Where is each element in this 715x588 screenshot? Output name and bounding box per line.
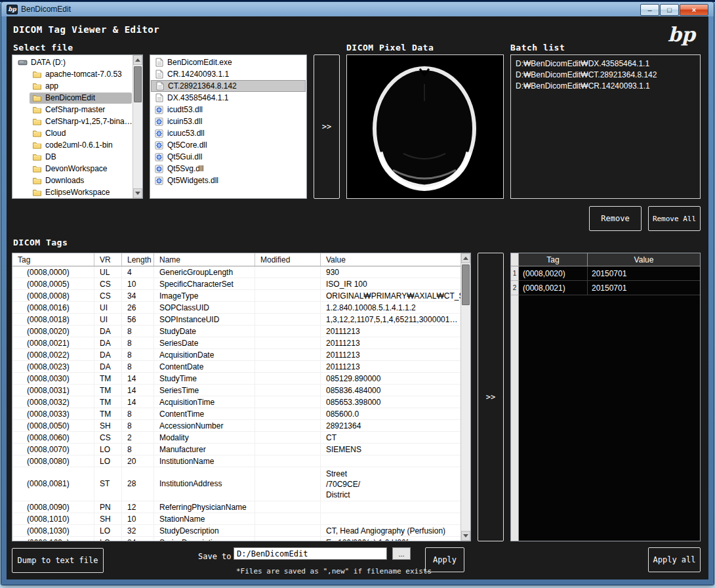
tags-scrollbar[interactable] — [460, 253, 470, 541]
batch-item[interactable]: D:₩BenDicomEdit₩CR.14240093.1.1 — [516, 81, 695, 92]
table-row[interactable]: (0008,0032)TM14AcquisitionTime085653.398… — [12, 396, 460, 408]
tree-item[interactable]: code2uml-0.6.1-bin — [12, 139, 132, 151]
apply-all-button[interactable]: Apply all — [648, 547, 701, 572]
file-item[interactable]: Qt5Widgets.dll — [151, 175, 306, 186]
cell: InstitutionAddress — [154, 467, 255, 501]
file-item[interactable]: icuin53.dll — [151, 116, 306, 127]
file-item[interactable]: DX.43585464.1.1 — [151, 92, 306, 104]
cell: 56 — [122, 314, 154, 325]
batch-list-label: Batch list — [510, 43, 565, 52]
cell: 8 — [122, 420, 154, 431]
minimize-button[interactable]: – — [640, 4, 659, 16]
transfer-button[interactable]: >> — [478, 253, 504, 541]
file-item[interactable]: CT.28921364.8.142 — [151, 80, 306, 92]
table-row[interactable]: (0008,1010)SH10StationName — [12, 513, 460, 525]
table-row[interactable]: (0008,0020)DA8StudyDate20111213 — [12, 326, 460, 337]
table-row[interactable]: (0008,0021)DA8SeriesDate20111213 — [12, 337, 460, 349]
remove-button[interactable]: Remove — [589, 206, 642, 231]
table-row[interactable]: (0008,0022)DA8AcquisitionDate20111213 — [12, 349, 460, 361]
remove-all-button[interactable]: Remove All — [648, 206, 701, 231]
cell: UI — [94, 302, 122, 313]
file-item[interactable]: Qt5Svg.dll — [151, 163, 306, 175]
table-row[interactable]: (0008,0008)CS34ImageTypeORIGINAL₩PRIMARY… — [12, 290, 460, 302]
scroll-down-icon[interactable] — [461, 531, 470, 541]
close-button[interactable]: × — [680, 4, 708, 16]
table-row[interactable]: (0008,0033)TM8ContentTime085600.0 — [12, 408, 460, 420]
batch-item[interactable]: D:₩BenDicomEdit₩DX.43585464.1.1 — [516, 58, 695, 70]
file-item[interactable]: icuuc53.dll — [151, 127, 306, 139]
scroll-up-icon[interactable] — [133, 55, 142, 65]
tags-scrollbar-thumb[interactable] — [462, 264, 470, 305]
table-row[interactable]: (0008,0005)CS10SpecificCharacterSetISO_I… — [12, 278, 460, 290]
tree-item[interactable]: CefSharp-v1,25,7-bina… — [12, 116, 132, 127]
column-header[interactable]: Name — [154, 253, 255, 266]
dll-icon — [154, 105, 164, 114]
tree-item[interactable]: apache-tomcat-7.0.53 — [12, 68, 132, 80]
save-path-input[interactable] — [234, 547, 387, 560]
cell: SeriesDate — [154, 337, 255, 348]
cell — [255, 326, 321, 337]
table-row[interactable]: (0008,0070)LO8ManufacturerSIEMENS — [12, 444, 460, 455]
table-row[interactable]: (0008,1030)LO32StudyDescriptionCT, Head … — [12, 525, 460, 537]
column-header[interactable]: Length — [122, 253, 154, 266]
dicom-pixel-data — [346, 54, 504, 199]
tree-scrollbar[interactable] — [133, 55, 142, 198]
tree-item[interactable]: DATA (D:) — [12, 56, 132, 68]
scroll-up-icon[interactable] — [461, 253, 470, 263]
file-item[interactable]: CR.14240093.1.1 — [151, 68, 306, 80]
table-row[interactable]: (0008,0050)SH8AccessionNumber28921364 — [12, 420, 460, 432]
edit-row[interactable]: (0008,0021)20150701 — [519, 281, 700, 295]
tree-item[interactable]: DB — [12, 151, 132, 163]
file-item[interactable]: Qt5Core.dll — [151, 139, 306, 151]
cell: (0008,0070) — [12, 444, 94, 455]
file-icon — [154, 93, 164, 102]
cell: 28 — [122, 467, 154, 501]
cell: 2 — [122, 432, 154, 443]
title-bar[interactable]: bp BenDicomEdit – □ × — [1, 2, 714, 16]
column-header[interactable]: Modified — [255, 253, 321, 266]
column-header[interactable]: Value — [321, 253, 460, 266]
add-to-batch-button[interactable]: >> — [314, 54, 340, 199]
tree-item[interactable]: Downloads — [12, 175, 132, 186]
tree-item[interactable]: app — [12, 80, 132, 92]
tree-item[interactable]: BenDicomEdit — [12, 92, 132, 104]
table-row[interactable]: (0008,0060)CS2ModalityCT — [12, 432, 460, 444]
table-row[interactable]: (0008,0016)UI26SOPClassUID1.2.840.10008.… — [12, 302, 460, 314]
tree-item[interactable]: DevonWorkspace — [12, 163, 132, 175]
cell: (0008,1010) — [12, 513, 94, 524]
tree-item[interactable]: Cloud — [12, 127, 132, 139]
tree-scrollbar-thumb[interactable] — [134, 66, 142, 102]
edit-row[interactable]: (0008,0020)20150701 — [519, 266, 700, 281]
file-item[interactable]: icudt53.dll — [151, 104, 306, 116]
dll-icon — [154, 152, 164, 161]
table-row[interactable]: (0008,0018)UI56SOPInstanceUID1,3,12,2,11… — [12, 314, 460, 326]
cell — [321, 513, 460, 524]
cell: Manufacturer — [154, 444, 255, 455]
dump-to-text-file-button[interactable]: Dump to text file — [12, 548, 104, 573]
maximize-button[interactable]: □ — [660, 4, 679, 16]
cell: ContentDate — [154, 361, 255, 372]
table-row[interactable]: (0008,0080)LO20InstitutionName — [12, 455, 460, 467]
table-row[interactable]: (0008,0031)TM14SeriesTime085836.484000 — [12, 385, 460, 396]
cell: InstitutionName — [154, 455, 255, 467]
table-row[interactable]: (0008,0081)ST28InstitutionAddressStreet … — [12, 467, 460, 501]
table-row[interactable]: (0008,0023)DA8ContentDate20111213 — [12, 361, 460, 373]
tree-item[interactable]: EclipseWorkspace — [12, 186, 132, 198]
table-row[interactable]: (0008,0030)TM14StudyTime085129.890000 — [12, 373, 460, 385]
table-row[interactable]: (0008,0000)UL4GenericGroupLength930 — [12, 266, 460, 278]
column-header[interactable]: Tag — [12, 253, 94, 266]
tree-item[interactable]: CefSharp-master — [12, 104, 132, 116]
file-item[interactable]: BenDicomEdit.exe — [151, 56, 306, 68]
scroll-down-icon[interactable] — [133, 188, 142, 198]
column-header[interactable]: VR — [94, 253, 122, 266]
table-row[interactable]: (0008,0090)PN12ReferringPhysicianName — [12, 501, 460, 513]
file-item-label: Qt5Gui.dll — [167, 152, 202, 161]
cell: (0008,103e) — [12, 537, 94, 541]
table-row[interactable]: (0008,103e)LO24SeriesDescriptionEn 120/2… — [12, 537, 460, 541]
cell: 8 — [122, 444, 154, 455]
file-item[interactable]: Qt5Gui.dll — [151, 151, 306, 163]
browse-button[interactable]: ... — [392, 547, 411, 560]
batch-item[interactable]: D:₩BenDicomEdit₩CT.28921364.8.142 — [516, 70, 695, 81]
cell: LO — [94, 455, 122, 467]
dicom-tags-label: DICOM Tags — [13, 238, 68, 247]
